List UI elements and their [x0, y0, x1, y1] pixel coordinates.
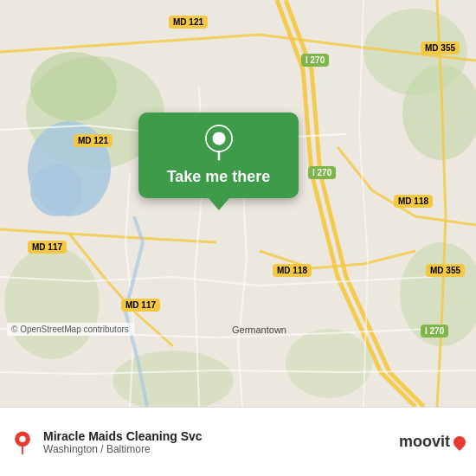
- moovit-dot-icon: [451, 434, 468, 451]
- moovit-logo: moovit: [399, 433, 466, 451]
- badge-md355-mid: MD 355: [426, 264, 465, 277]
- svg-point-6: [4, 247, 100, 359]
- popup-label: Take me there: [167, 168, 271, 186]
- badge-md117-left: MD 117: [28, 241, 67, 254]
- badge-md121-top: MD 121: [169, 16, 208, 29]
- bottom-bar: Miracle Maids Cleaning Svc Washington / …: [0, 407, 476, 476]
- region-name: Washington / Baltimore: [43, 443, 399, 455]
- badge-i270-bot: I 270: [421, 325, 448, 338]
- take-me-there-popup[interactable]: Take me there: [138, 113, 299, 210]
- popup-box[interactable]: Take me there: [138, 113, 299, 198]
- badge-md118-right: MD 118: [394, 195, 433, 208]
- badge-md121-left: MD 121: [74, 134, 113, 147]
- svg-point-10: [30, 164, 82, 216]
- map-container: MD 121 MD 121 I 270 I 270 I 270 MD 355 M…: [0, 0, 476, 407]
- copyright-text: © OpenStreetMap contributors: [7, 323, 133, 336]
- badge-i270-top: I 270: [301, 54, 329, 67]
- germantown-label: Germantown: [232, 325, 286, 335]
- location-pin-icon: [10, 430, 35, 454]
- bottom-text: Miracle Maids Cleaning Svc Washington / …: [43, 429, 399, 455]
- svg-point-15: [19, 435, 25, 441]
- badge-md117-right: MD 117: [121, 299, 160, 312]
- popup-arrow: [209, 198, 229, 210]
- moovit-text: moovit: [399, 433, 450, 451]
- badge-i270-mid: I 270: [308, 166, 336, 179]
- business-name: Miracle Maids Cleaning Svc: [43, 429, 399, 443]
- svg-point-2: [30, 52, 117, 121]
- svg-point-7: [286, 329, 372, 398]
- pin-icon: [201, 125, 237, 161]
- badge-md118-left: MD 118: [273, 264, 312, 277]
- badge-md355-top: MD 355: [421, 42, 460, 55]
- svg-point-13: [212, 132, 225, 145]
